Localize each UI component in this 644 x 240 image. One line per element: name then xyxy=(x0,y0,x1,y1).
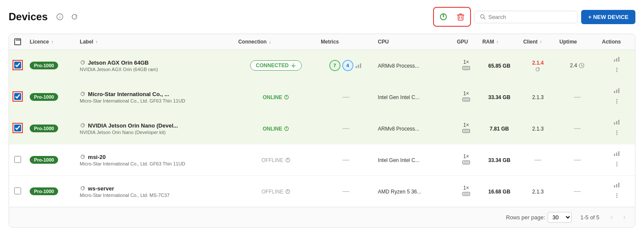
page-title: Devices xyxy=(9,11,48,23)
svg-rect-39 xyxy=(464,130,468,132)
settings-icon xyxy=(291,63,296,69)
svg-rect-60 xyxy=(614,185,615,187)
client-cell: 2.1.4 xyxy=(520,50,556,81)
more-actions-button[interactable] xyxy=(613,160,621,170)
uptime-dash: — xyxy=(574,125,581,132)
metrics-dash: — xyxy=(343,156,350,163)
client-version: 2.1.3 xyxy=(532,94,544,100)
label-sub: Micro-Star International Co., Ltd. GF63 … xyxy=(80,161,231,166)
label-sub: Micro-Star International Co., Ltd. MS-7C… xyxy=(80,193,231,198)
next-page-button[interactable]: › xyxy=(621,212,628,223)
col-licence: Licence ↑ xyxy=(26,34,76,50)
svg-rect-61 xyxy=(616,184,617,187)
checkbox-cell xyxy=(9,176,26,207)
row-checkbox[interactable] xyxy=(14,156,21,163)
gpu-cell: 1× xyxy=(453,50,479,81)
metric-circles: 7 4 xyxy=(321,60,371,71)
delete-button[interactable] xyxy=(453,9,468,25)
bar-chart-action-button[interactable] xyxy=(613,150,621,159)
cpu-cell: AMD Ryzen 5 36... xyxy=(375,176,453,207)
refresh-icon[interactable] xyxy=(68,11,80,23)
offline-badge: OFFLINE xyxy=(261,157,291,163)
cpu-cell: ARMv8 Process... xyxy=(375,50,453,81)
uptime-cell: — xyxy=(556,144,599,176)
col-ram: RAM ↑ xyxy=(479,34,520,50)
svg-rect-32 xyxy=(618,88,619,93)
svg-rect-21 xyxy=(616,58,617,62)
more-actions-button[interactable] xyxy=(613,191,621,202)
licence-badge: Pro-1000 xyxy=(30,125,58,132)
power-icon xyxy=(284,94,289,100)
actions-cell xyxy=(598,50,635,81)
table-row: Pro-1000 NVIDIA Jetson Orin Nano (Devel.… xyxy=(9,113,635,144)
prev-page-button[interactable]: ‹ xyxy=(608,212,615,223)
svg-rect-16 xyxy=(464,67,468,69)
svg-point-11 xyxy=(293,65,294,66)
licence-badge: Pro-1000 xyxy=(30,187,58,195)
svg-rect-62 xyxy=(618,183,619,187)
gpu-count: 1× xyxy=(457,185,475,191)
gpu-chip-icon xyxy=(462,160,470,165)
bar-chart-action-button[interactable] xyxy=(613,118,621,128)
svg-rect-29 xyxy=(464,99,468,100)
bar-chart-action-button[interactable] xyxy=(613,55,621,65)
svg-rect-22 xyxy=(618,57,619,62)
svg-rect-12 xyxy=(356,66,357,68)
gpu-icon xyxy=(457,159,475,166)
col-metrics: Metrics xyxy=(317,34,375,50)
ram-cell: 33.34 GB xyxy=(479,144,520,176)
client-sub xyxy=(523,67,552,72)
rows-per-page-select[interactable]: 30 50 100 xyxy=(548,212,572,223)
power-button[interactable] xyxy=(436,9,451,25)
more-actions-button[interactable] xyxy=(613,128,621,139)
uptime-text: 2.4 xyxy=(560,62,595,69)
metrics-dash: — xyxy=(343,187,350,195)
licence-cell: Pro-1000 xyxy=(26,50,76,81)
device-refresh-icon xyxy=(80,59,86,65)
cpu-cell: ARMv8 Process... xyxy=(375,113,453,144)
ram-text: 65.85 GB xyxy=(488,63,510,69)
ram-cell: 16.68 GB xyxy=(479,176,520,207)
licence-cell: Pro-1000 xyxy=(26,81,76,113)
col-connection: Connection ↓ xyxy=(235,34,317,50)
ram-text: 33.34 GB xyxy=(488,157,510,163)
search-input[interactable] xyxy=(488,14,572,20)
ram-text: 7.81 GB xyxy=(490,126,509,132)
bar-chart-action-button[interactable] xyxy=(613,181,621,190)
svg-point-64 xyxy=(616,195,617,196)
svg-point-65 xyxy=(616,197,617,198)
ram-text: 33.34 GB xyxy=(488,94,510,100)
info-icon[interactable]: i xyxy=(54,11,66,23)
checkbox-cell xyxy=(9,144,26,176)
cpu-text: ARMv8 Process... xyxy=(378,126,419,132)
col-label: Label ↑ xyxy=(76,34,235,50)
power-off-icon xyxy=(285,157,291,163)
gpu-count: 1× xyxy=(457,90,475,97)
new-device-button[interactable]: + NEW DEVICE xyxy=(581,10,635,24)
svg-point-43 xyxy=(616,131,617,131)
select-all-header xyxy=(9,34,26,50)
actions-cell xyxy=(598,144,635,176)
row-checkbox[interactable] xyxy=(14,93,21,100)
more-actions-button[interactable] xyxy=(613,97,621,107)
pagination-info: 1-5 of 5 xyxy=(580,214,599,221)
row-checkbox[interactable] xyxy=(14,187,21,194)
svg-point-35 xyxy=(616,103,617,103)
svg-point-24 xyxy=(616,69,617,70)
more-actions-button[interactable] xyxy=(613,65,621,76)
table-footer: Rows per page: 30 50 100 1-5 of 5 ‹ › xyxy=(9,207,635,227)
row-checkbox[interactable] xyxy=(14,125,21,131)
client-cell: 2.1.3 xyxy=(520,81,556,113)
bar-chart-action-button[interactable] xyxy=(613,87,621,96)
row-checkbox[interactable] xyxy=(14,62,21,69)
svg-point-44 xyxy=(616,132,617,133)
svg-point-33 xyxy=(616,99,617,100)
svg-rect-4 xyxy=(458,15,463,20)
table-row: Pro-1000 Jetson AGX Orin 64GB NVIDIA Jet… xyxy=(9,50,635,81)
uptime-dash: — xyxy=(574,187,581,195)
metrics-cell: — xyxy=(317,144,375,176)
cpu-cell: Intel Gen Intel C... xyxy=(375,81,453,113)
licence-badge: Pro-1000 xyxy=(30,156,58,164)
svg-point-34 xyxy=(616,101,617,102)
label-cell: Micro-Star International Co., ... Micro-… xyxy=(76,81,235,113)
